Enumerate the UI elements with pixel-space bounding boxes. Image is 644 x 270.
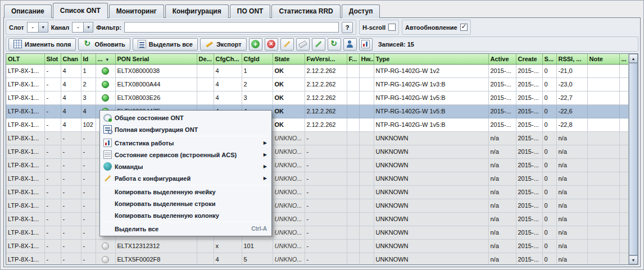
tab-rrd-statistics[interactable]: Статистика RRD xyxy=(271,4,340,18)
column-header-hw[interactable]: Hw... xyxy=(359,54,374,64)
column-header-rssi[interactable]: RSSI, ... xyxy=(556,54,587,64)
column-header-f[interactable]: F... xyxy=(347,54,359,64)
cell-olt: LTP-8X-1... xyxy=(6,253,44,265)
column-header-status[interactable]: ...▼ xyxy=(96,54,115,64)
cell-hw xyxy=(359,253,374,265)
menu-item-config-work[interactable]: Работа с конфигурацией▶ xyxy=(101,172,271,184)
cell-state: OK xyxy=(273,91,305,104)
reload-button[interactable] xyxy=(328,38,341,51)
user-button[interactable] xyxy=(343,38,357,51)
export-icon xyxy=(205,40,214,48)
menu-item-select-all[interactable]: Выделить всеCtrl-A xyxy=(101,223,271,235)
column-header-cfgch[interactable]: CfgCh... xyxy=(214,54,242,64)
column-header-state[interactable]: State xyxy=(273,54,305,64)
cell-fw: 2.12.2.262 xyxy=(305,91,347,104)
tab-description[interactable]: Описание xyxy=(4,4,52,18)
refresh-button[interactable]: Обновить xyxy=(78,38,130,51)
vertical-scrollbar[interactable]: ▲ ▼ xyxy=(628,54,638,264)
cell-s: 0 xyxy=(542,172,556,185)
slot-combobox-button[interactable]: ▼ xyxy=(38,22,48,33)
edit-fields-button[interactable]: Изменить поля xyxy=(8,38,76,51)
menu-item-commands[interactable]: Команды▶ xyxy=(101,161,271,172)
filter-input[interactable] xyxy=(124,22,339,33)
tab-ont-firmware[interactable]: ПО ONT xyxy=(230,4,271,18)
table-row[interactable]: LTP-8X-1...-41ELTX0800003841OK2.12.2.262… xyxy=(6,64,635,77)
slot-combobox[interactable]: - ▼ xyxy=(27,22,48,33)
cell-chan: - xyxy=(61,158,81,172)
select-all-button[interactable]: Выделить все xyxy=(133,38,198,51)
help-button[interactable]: ? xyxy=(342,22,353,33)
delete-button[interactable] xyxy=(265,38,278,51)
menu-item-ont-overview[interactable]: Общее состояние ONT xyxy=(101,112,271,123)
menu-item-copy-cell[interactable]: Копировать выделенную ячейку xyxy=(101,186,271,198)
column-header-slot[interactable]: Slot xyxy=(44,54,61,64)
cell-rssi: n/a xyxy=(556,199,587,212)
autorefresh-checkbox[interactable] xyxy=(460,24,468,31)
cell-create: 2015-... xyxy=(516,158,542,172)
menu-separator xyxy=(102,185,270,185)
menu-item-ont-full-config[interactable]: Полная конфигурация ONT xyxy=(101,123,271,135)
export-button[interactable]: Экспорт xyxy=(200,38,247,51)
column-header-fw[interactable]: FwVersi... xyxy=(305,54,347,64)
cell-active: n/a xyxy=(488,226,516,239)
column-header-create[interactable]: Create xyxy=(516,54,542,64)
edit-button[interactable] xyxy=(312,38,325,51)
menu-item-work-statistics[interactable]: Статистика работы▶ xyxy=(101,137,271,149)
column-header-label: PON Serial xyxy=(117,56,149,62)
cell-chan: 4 xyxy=(61,91,81,104)
cell-f xyxy=(347,199,359,212)
column-header-olt[interactable]: OLT xyxy=(6,54,44,64)
cell-rssi: n/a xyxy=(556,145,587,158)
column-header-type[interactable]: Type xyxy=(374,54,488,64)
add-icon xyxy=(251,40,260,48)
cell-chan: - xyxy=(61,212,81,226)
table-header-row: OLTSlotChanId...▼PON SerialDe...CfgCh...… xyxy=(6,54,635,64)
table-row[interactable]: LTP-8X-1...-43ELTX08003E2643OK2.12.2.262… xyxy=(6,91,635,104)
scrollbar-thumb[interactable] xyxy=(629,63,638,255)
cell-active: n/a xyxy=(488,131,516,145)
channel-combobox-button[interactable]: ▼ xyxy=(83,22,93,33)
menu-item-copy-rows[interactable]: Копировать выделенные строки xyxy=(101,198,271,209)
cell-olt: LTP-8X-1... xyxy=(6,118,44,131)
cell-create: 2015-... xyxy=(516,118,542,131)
main-toolbar: Изменить поляОбновитьВыделить всеЭкспорт… xyxy=(6,36,638,52)
column-header-pon[interactable]: PON Serial xyxy=(115,54,197,64)
column-header-s[interactable]: S... xyxy=(542,54,556,64)
hscroll-checkbox[interactable] xyxy=(388,24,396,31)
table-row[interactable]: LTP-8X-1...---ELTX5F0002F845UNKNO...-UNK… xyxy=(6,253,635,265)
cell-rssi: -23,0 xyxy=(556,77,587,91)
menu-item-services-state[interactable]: Состояние сервисов (встроенный ACS)▶ xyxy=(101,149,271,161)
cell-id: - xyxy=(81,172,96,185)
draw-line-button[interactable] xyxy=(280,38,294,51)
tab-monitoring[interactable]: Мониторинг xyxy=(109,4,164,18)
cell-state: UNKNO... xyxy=(273,212,305,226)
add-button[interactable] xyxy=(249,38,262,51)
scroll-down-button[interactable]: ▼ xyxy=(629,255,638,264)
cell-note xyxy=(587,172,619,185)
column-header-de[interactable]: De... xyxy=(197,54,214,64)
cell-rssi: n/a xyxy=(556,212,587,226)
chart-button[interactable] xyxy=(359,38,373,51)
cell-s: 0 xyxy=(542,131,556,145)
cell-cfgch: 4 xyxy=(214,77,242,91)
cell-de xyxy=(197,64,214,77)
column-header-active[interactable]: Active xyxy=(488,54,516,64)
column-header-label: Note xyxy=(589,56,603,62)
tab-ont-list[interactable]: Список ONT xyxy=(53,3,108,19)
tab-configuration[interactable]: Конфигурация xyxy=(165,4,229,18)
erase-button[interactable] xyxy=(296,38,310,51)
cell-chan: - xyxy=(61,226,81,239)
column-header-label: ... xyxy=(622,56,627,62)
submenu-arrow-icon: ▶ xyxy=(264,164,267,169)
column-header-chan[interactable]: Chan xyxy=(61,54,81,64)
channel-combobox[interactable]: - ▼ xyxy=(72,22,93,33)
table-row[interactable]: LTP-8X-1...-42ELTX08000A4442OK2.12.2.262… xyxy=(6,77,635,91)
column-header-id[interactable]: Id xyxy=(81,54,96,64)
ont-status-icon xyxy=(102,242,109,250)
column-header-note[interactable]: Note xyxy=(587,54,619,64)
scroll-up-button[interactable]: ▲ xyxy=(629,54,638,63)
table-row[interactable]: LTP-8X-1...---ELTX12312312x101UNKNO...-U… xyxy=(6,239,635,253)
tab-access[interactable]: Доступ xyxy=(342,4,380,18)
column-header-cfgid[interactable]: CfgId xyxy=(242,54,273,64)
menu-item-copy-column[interactable]: Копировать выделенную колонку xyxy=(101,209,271,221)
